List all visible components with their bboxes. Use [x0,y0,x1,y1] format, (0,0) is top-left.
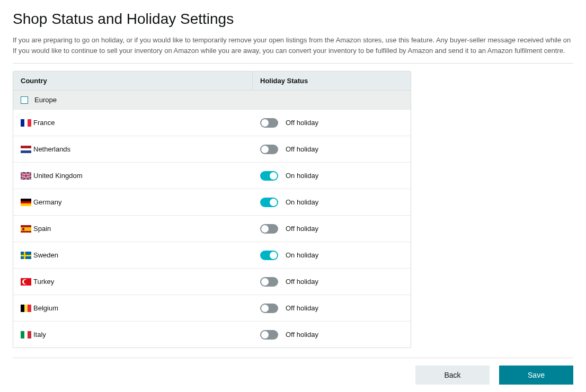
description-line-2: If you would like to continue to sell yo… [13,46,573,56]
table-row: TurkeyOff holiday [13,268,411,295]
flag-icon-de [21,199,31,206]
country-cell: Turkey [13,272,253,291]
flag-icon-nl [21,146,31,153]
country-name: Italy [33,331,46,338]
flag-icon-tr [21,278,31,286]
status-cell: Off holiday [253,272,411,292]
status-cell: On holiday [253,245,411,265]
flag-icon-es [21,225,31,233]
country-name: Germany [33,198,61,206]
country-cell: United Kingdom [13,166,253,185]
country-name: Belgium [33,304,58,312]
holiday-toggle[interactable] [260,304,278,313]
page-title: Shop Status and Holiday Settings [13,11,573,28]
status-cell: Off holiday [253,298,411,318]
holiday-toggle[interactable] [260,251,278,260]
holiday-toggle[interactable] [260,198,278,207]
table-row: ItalyOff holiday [13,321,411,348]
holiday-toggle[interactable] [260,145,278,154]
table-row: SwedenOn holiday [13,242,411,268]
holiday-toggle[interactable] [260,277,278,287]
status-cell: Off holiday [253,113,411,133]
table-row: BelgiumOff holiday [13,295,411,321]
country-cell: France [13,113,253,132]
holiday-toggle[interactable] [260,224,278,234]
status-cell: Off holiday [253,219,411,239]
flag-icon-be [21,305,31,312]
country-cell: Netherlands [13,140,253,158]
flag-icon-se [21,252,31,259]
country-cell: Sweden [13,246,253,264]
holiday-settings-table: Country Holiday Status Europe FranceOff … [13,71,411,348]
country-cell: Spain [13,219,253,238]
group-row-europe: Europe [13,90,411,109]
back-button[interactable]: Back [415,366,490,385]
country-name: Netherlands [33,145,70,153]
country-cell: Belgium [13,299,253,317]
status-label: Off holiday [286,331,318,338]
status-cell: On holiday [253,166,411,186]
country-name: Sweden [33,251,58,259]
footer-bar: Back Save [13,358,573,385]
table-row: FranceOff holiday [13,109,411,136]
group-label: Europe [34,96,57,104]
holiday-toggle[interactable] [260,118,278,128]
page-description: If you are preparing to go on holiday, o… [13,35,573,56]
status-label: Off holiday [286,225,318,233]
column-header-status: Holiday Status [253,72,411,90]
status-label: Off holiday [286,304,318,312]
europe-checkbox[interactable] [21,96,28,104]
table-row: SpainOff holiday [13,215,411,242]
save-button[interactable]: Save [499,366,573,385]
flag-icon-fr [21,119,31,127]
flag-icon-uk [21,172,31,180]
country-cell: Italy [13,325,253,344]
holiday-toggle[interactable] [260,171,278,181]
header-divider [13,63,573,64]
country-name: United Kingdom [33,172,83,180]
country-name: France [33,119,55,127]
table-row: GermanyOn holiday [13,189,411,215]
status-label: Off holiday [286,119,318,127]
table-row: United KingdomOn holiday [13,162,411,189]
status-label: On holiday [286,198,318,206]
country-name: Spain [33,225,51,233]
description-line-1: If you are preparing to go on holiday, o… [13,35,573,46]
holiday-toggle[interactable] [260,330,278,340]
column-header-country: Country [13,72,253,90]
country-name: Turkey [33,278,54,286]
status-cell: Off holiday [253,325,411,345]
country-cell: Germany [13,193,253,211]
status-label: On holiday [286,172,318,180]
table-header: Country Holiday Status [13,72,411,90]
flag-icon-it [21,331,31,338]
status-cell: On holiday [253,192,411,212]
status-label: On holiday [286,251,318,259]
status-cell: Off holiday [253,139,411,159]
status-label: Off holiday [286,145,318,153]
table-row: NetherlandsOff holiday [13,136,411,162]
status-label: Off holiday [286,278,318,286]
